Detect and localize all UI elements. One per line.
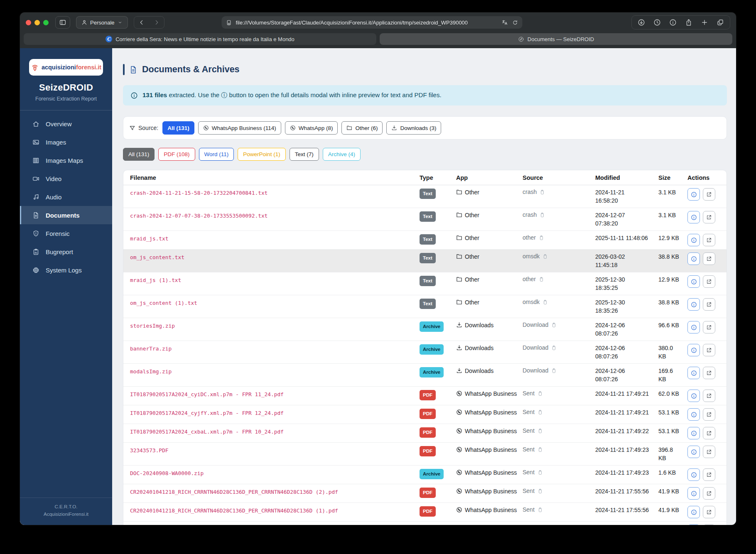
sidebar-item-forensic[interactable]: Forensic bbox=[20, 224, 112, 243]
file-name[interactable]: CR202401041218_RICH_CRRNTN46D28C136D_PER… bbox=[130, 506, 420, 515]
row-info-button[interactable] bbox=[687, 211, 700, 223]
row-open-button[interactable] bbox=[703, 390, 715, 402]
file-name[interactable]: om_js_content.txt bbox=[130, 252, 420, 261]
row-open-button[interactable] bbox=[703, 487, 715, 500]
sidebar-item-images-maps[interactable]: Images Maps bbox=[20, 151, 112, 169]
table-row[interactable]: CR202401041218_RICH_CRRNTN46D28C136D_PER… bbox=[123, 484, 727, 503]
file-name[interactable]: IT01879020517A2024_cxbaL.xml.p7m - FPR 1… bbox=[130, 427, 420, 436]
forward-button[interactable] bbox=[149, 17, 164, 28]
source-filter-button[interactable]: Downloads (3) bbox=[386, 121, 441, 135]
type-filter-ppt[interactable]: PowerPoint (1) bbox=[238, 148, 285, 161]
row-info-button[interactable] bbox=[687, 506, 700, 518]
info-circle-icon[interactable] bbox=[669, 19, 677, 26]
table-row[interactable]: IT01879020517A2024_cyjfY.xml.p7m - FPR 1… bbox=[123, 405, 727, 424]
row-open-button[interactable] bbox=[703, 427, 715, 439]
table-row[interactable]: mraid_js (1).txtTextOtherother2025-12-30… bbox=[123, 272, 727, 295]
row-info-button[interactable] bbox=[687, 344, 700, 356]
source-filter-button[interactable]: WhatsApp Business (114) bbox=[198, 121, 281, 135]
file-name[interactable]: om_js_content (1).txt bbox=[130, 298, 420, 307]
file-name[interactable]: bannerTra.zip bbox=[130, 344, 420, 353]
row-open-button[interactable] bbox=[703, 298, 715, 311]
type-filter-word[interactable]: Word (11) bbox=[199, 148, 234, 161]
sidebar-item-documents[interactable]: Documents bbox=[20, 206, 112, 224]
type-filter-pdf[interactable]: PDF (108) bbox=[158, 148, 195, 161]
source-filter-button[interactable]: WhatsApp (8) bbox=[285, 121, 338, 135]
row-open-button[interactable] bbox=[703, 506, 715, 518]
source-filter-button[interactable]: All (131) bbox=[162, 121, 194, 135]
close-window-button[interactable] bbox=[26, 20, 31, 25]
row-info-button[interactable] bbox=[687, 367, 700, 379]
table-row[interactable]: om_js_content (1).txtTextOtheromsdk2025-… bbox=[123, 295, 727, 318]
row-open-button[interactable] bbox=[703, 321, 715, 333]
address-bar[interactable]: file:///Volumes/StorageFast/Claude/Acqui… bbox=[222, 16, 523, 29]
sidebar-item-audio[interactable]: Audio bbox=[20, 188, 112, 206]
table-row[interactable]: bannerTra.zipArchiveDownloadsDownload202… bbox=[123, 341, 727, 363]
row-info-button[interactable] bbox=[687, 321, 700, 333]
new-tab-icon[interactable] bbox=[701, 19, 708, 26]
row-open-button[interactable] bbox=[703, 234, 715, 246]
table-row[interactable]: modalsImg.zipArchiveDownloadsDownload202… bbox=[123, 363, 727, 386]
sidebar-item-overview[interactable]: Overview bbox=[20, 115, 112, 133]
tab-overview-icon[interactable] bbox=[717, 19, 724, 26]
row-info-button[interactable] bbox=[687, 390, 700, 402]
file-name[interactable]: mraid_js.txt bbox=[130, 234, 420, 243]
row-open-button[interactable] bbox=[703, 408, 715, 421]
file-name[interactable]: storiesImg.zip bbox=[130, 321, 420, 330]
row-open-button[interactable] bbox=[703, 188, 715, 201]
row-info-button[interactable] bbox=[687, 408, 700, 421]
table-row[interactable]: crash-2024-11-21-15-58-20-1732204700841.… bbox=[123, 185, 727, 208]
table-row[interactable]: IT01879020517A2024_cxbaL.xml.p7m - FPR 1… bbox=[123, 424, 727, 442]
row-info-button[interactable] bbox=[687, 427, 700, 439]
row-info-button[interactable] bbox=[687, 487, 700, 500]
file-name[interactable]: modalsImg.zip bbox=[130, 367, 420, 375]
tab-corriere[interactable]: C Corriere della Sera: News e Ultime not… bbox=[24, 33, 376, 45]
share-icon[interactable] bbox=[685, 19, 692, 26]
file-name[interactable]: DOC-20240908-WA0000.zip bbox=[130, 468, 420, 477]
profile-menu-button[interactable]: Personale bbox=[76, 16, 128, 29]
row-open-button[interactable] bbox=[703, 525, 715, 525]
row-info-button[interactable] bbox=[687, 275, 700, 288]
type-filter-archive[interactable]: Archive (4) bbox=[323, 148, 361, 161]
table-row[interactable]: CR202401041218_RICH_CRRNTN46D28C136D_PER… bbox=[123, 521, 727, 525]
row-info-button[interactable] bbox=[687, 468, 700, 481]
translate-icon[interactable] bbox=[502, 19, 508, 26]
sidebar-toggle-button[interactable] bbox=[55, 16, 70, 29]
file-name[interactable]: crash-2024-11-21-15-58-20-1732204700841.… bbox=[130, 188, 420, 197]
row-open-button[interactable] bbox=[703, 367, 715, 379]
type-filter-text[interactable]: Text (7) bbox=[290, 148, 319, 161]
row-info-button[interactable] bbox=[687, 188, 700, 201]
table-row[interactable]: storiesImg.zipArchiveDownloadsDownload20… bbox=[123, 318, 727, 341]
file-name[interactable]: IT01879020517A2024_cyiDC.xml.p7m - FPR 1… bbox=[130, 390, 420, 398]
row-info-button[interactable] bbox=[687, 252, 700, 265]
file-name[interactable]: CR202401041218_RICH_CRRNTN46D28C136D_PER… bbox=[130, 487, 420, 496]
row-info-button[interactable] bbox=[687, 446, 700, 458]
table-row[interactable]: om_js_content.txtTextOtheromsdk2026-03-0… bbox=[123, 249, 727, 272]
type-filter-all[interactable]: All (131) bbox=[123, 148, 155, 161]
file-name[interactable]: 32343573.PDF bbox=[130, 446, 420, 454]
downloads-icon[interactable] bbox=[638, 19, 645, 26]
row-open-button[interactable] bbox=[703, 211, 715, 223]
table-row[interactable]: crash-2024-12-07-07-38-20-1733553500092.… bbox=[123, 208, 727, 230]
zoom-window-button[interactable] bbox=[43, 20, 49, 25]
table-row[interactable]: 32343573.PDFPDFWhatsApp BusinessSent2024… bbox=[123, 442, 727, 465]
logo[interactable]: acquisizioniforensi.it bbox=[29, 59, 103, 76]
row-info-button[interactable] bbox=[687, 298, 700, 311]
file-name[interactable]: CR202401041218_RICH_CRRNTN46D28C136D_PER… bbox=[130, 525, 420, 525]
sidebar-item-images[interactable]: Images bbox=[20, 133, 112, 151]
row-info-button[interactable] bbox=[687, 234, 700, 246]
file-name[interactable]: crash-2024-12-07-07-38-20-1733553500092.… bbox=[130, 211, 420, 220]
page-settings-icon[interactable] bbox=[226, 20, 232, 26]
sidebar-item-video[interactable]: Video bbox=[20, 169, 112, 188]
tab-seizedroid[interactable]: Documents — SeizeDROID bbox=[380, 33, 732, 45]
sidebar-item-bugreport[interactable]: Bugreport bbox=[20, 243, 112, 261]
table-row[interactable]: DOC-20240908-WA0000.zipArchiveWhatsApp B… bbox=[123, 465, 727, 484]
table-row[interactable]: mraid_js.txtTextOtherother2025-11-11 11:… bbox=[123, 230, 727, 249]
row-open-button[interactable] bbox=[703, 275, 715, 288]
row-open-button[interactable] bbox=[703, 446, 715, 458]
row-open-button[interactable] bbox=[703, 344, 715, 356]
row-open-button[interactable] bbox=[703, 252, 715, 265]
reload-icon[interactable] bbox=[512, 20, 518, 26]
sidebar-item-system-logs[interactable]: System Logs bbox=[20, 261, 112, 279]
table-row[interactable]: IT01879020517A2024_cyiDC.xml.p7m - FPR 1… bbox=[123, 386, 727, 405]
history-icon[interactable] bbox=[653, 19, 661, 26]
